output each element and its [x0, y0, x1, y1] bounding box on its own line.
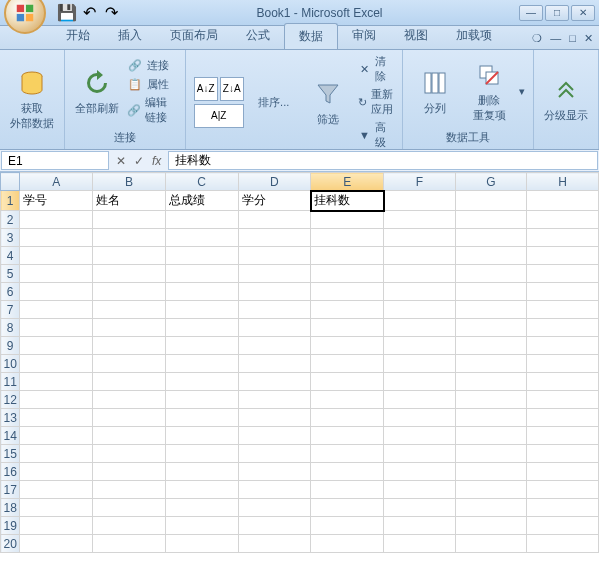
cell-C8[interactable] — [165, 319, 238, 337]
tab-审阅[interactable]: 审阅 — [338, 23, 390, 49]
cell-A4[interactable] — [20, 247, 93, 265]
cell-G12[interactable] — [455, 391, 527, 409]
sort-button[interactable]: 排序... — [250, 93, 298, 112]
cell-E20[interactable] — [311, 535, 384, 553]
tab-视图[interactable]: 视图 — [390, 23, 442, 49]
cell-A6[interactable] — [20, 283, 93, 301]
connections-button[interactable]: 🔗连接 — [127, 57, 177, 73]
cell-D11[interactable] — [238, 373, 311, 391]
reapply-button[interactable]: ↻重新应用 — [358, 87, 394, 117]
cell-B16[interactable] — [93, 463, 166, 481]
save-icon[interactable]: 💾 — [58, 4, 76, 22]
cell-F9[interactable] — [384, 337, 455, 355]
cell-B2[interactable] — [93, 211, 166, 229]
cell-B4[interactable] — [93, 247, 166, 265]
cell-D4[interactable] — [238, 247, 311, 265]
cell-A3[interactable] — [20, 229, 93, 247]
row-header-14[interactable]: 14 — [1, 427, 20, 445]
text-to-columns-button[interactable]: 分列 — [411, 65, 459, 118]
cell-A20[interactable] — [20, 535, 93, 553]
cell-D7[interactable] — [238, 301, 311, 319]
sort-custom-button[interactable]: A|Z — [194, 104, 244, 128]
cell-D13[interactable] — [238, 409, 311, 427]
cell-E8[interactable] — [311, 319, 384, 337]
cell-B19[interactable] — [93, 517, 166, 535]
outline-button[interactable]: 分级显示 — [542, 72, 590, 125]
cell-G4[interactable] — [455, 247, 527, 265]
cell-D17[interactable] — [238, 481, 311, 499]
cell-G18[interactable] — [455, 499, 527, 517]
cell-B5[interactable] — [93, 265, 166, 283]
cell-F15[interactable] — [384, 445, 455, 463]
cell-C16[interactable] — [165, 463, 238, 481]
row-header-19[interactable]: 19 — [1, 517, 20, 535]
cell-C13[interactable] — [165, 409, 238, 427]
cell-C15[interactable] — [165, 445, 238, 463]
cell-D15[interactable] — [238, 445, 311, 463]
cell-H15[interactable] — [527, 445, 599, 463]
tab-加载项[interactable]: 加载项 — [442, 23, 506, 49]
close-workbook-icon[interactable]: ✕ — [584, 32, 593, 45]
cell-E13[interactable] — [311, 409, 384, 427]
undo-icon[interactable]: ↶ — [80, 4, 98, 22]
cell-D18[interactable] — [238, 499, 311, 517]
row-header-7[interactable]: 7 — [1, 301, 20, 319]
cell-C12[interactable] — [165, 391, 238, 409]
cell-E14[interactable] — [311, 427, 384, 445]
cell-C2[interactable] — [165, 211, 238, 229]
cell-A15[interactable] — [20, 445, 93, 463]
row-header-15[interactable]: 15 — [1, 445, 20, 463]
cell-H13[interactable] — [527, 409, 599, 427]
cell-A1[interactable]: 学号 — [20, 191, 93, 211]
cell-E11[interactable] — [311, 373, 384, 391]
cell-A2[interactable] — [20, 211, 93, 229]
more-tools-icon[interactable]: ▾ — [519, 85, 525, 98]
cell-A16[interactable] — [20, 463, 93, 481]
cell-E1[interactable]: 挂科数 — [311, 191, 384, 211]
cell-F8[interactable] — [384, 319, 455, 337]
cell-A9[interactable] — [20, 337, 93, 355]
cell-B18[interactable] — [93, 499, 166, 517]
cell-E3[interactable] — [311, 229, 384, 247]
cell-A19[interactable] — [20, 517, 93, 535]
column-header-H[interactable]: H — [527, 173, 599, 191]
column-header-F[interactable]: F — [384, 173, 455, 191]
row-header-3[interactable]: 3 — [1, 229, 20, 247]
row-header-20[interactable]: 20 — [1, 535, 20, 553]
cell-B11[interactable] — [93, 373, 166, 391]
cell-G5[interactable] — [455, 265, 527, 283]
cell-F11[interactable] — [384, 373, 455, 391]
cell-A7[interactable] — [20, 301, 93, 319]
cell-F4[interactable] — [384, 247, 455, 265]
cell-F18[interactable] — [384, 499, 455, 517]
cell-C9[interactable] — [165, 337, 238, 355]
cell-C5[interactable] — [165, 265, 238, 283]
column-header-A[interactable]: A — [20, 173, 93, 191]
cell-D14[interactable] — [238, 427, 311, 445]
cell-D16[interactable] — [238, 463, 311, 481]
formula-input[interactable]: 挂科数 — [168, 151, 598, 170]
cell-D1[interactable]: 学分 — [238, 191, 311, 211]
cell-F12[interactable] — [384, 391, 455, 409]
cell-A14[interactable] — [20, 427, 93, 445]
cell-B1[interactable]: 姓名 — [93, 191, 166, 211]
cell-F17[interactable] — [384, 481, 455, 499]
column-header-D[interactable]: D — [238, 173, 311, 191]
cell-F7[interactable] — [384, 301, 455, 319]
cell-D10[interactable] — [238, 355, 311, 373]
cell-B3[interactable] — [93, 229, 166, 247]
row-header-11[interactable]: 11 — [1, 373, 20, 391]
cell-F14[interactable] — [384, 427, 455, 445]
cell-F5[interactable] — [384, 265, 455, 283]
cell-B10[interactable] — [93, 355, 166, 373]
cell-E9[interactable] — [311, 337, 384, 355]
cell-A17[interactable] — [20, 481, 93, 499]
cell-E10[interactable] — [311, 355, 384, 373]
cell-F6[interactable] — [384, 283, 455, 301]
tab-插入[interactable]: 插入 — [104, 23, 156, 49]
cell-C17[interactable] — [165, 481, 238, 499]
tab-页面布局[interactable]: 页面布局 — [156, 23, 232, 49]
cell-F1[interactable] — [384, 191, 455, 211]
cell-D2[interactable] — [238, 211, 311, 229]
cell-G8[interactable] — [455, 319, 527, 337]
